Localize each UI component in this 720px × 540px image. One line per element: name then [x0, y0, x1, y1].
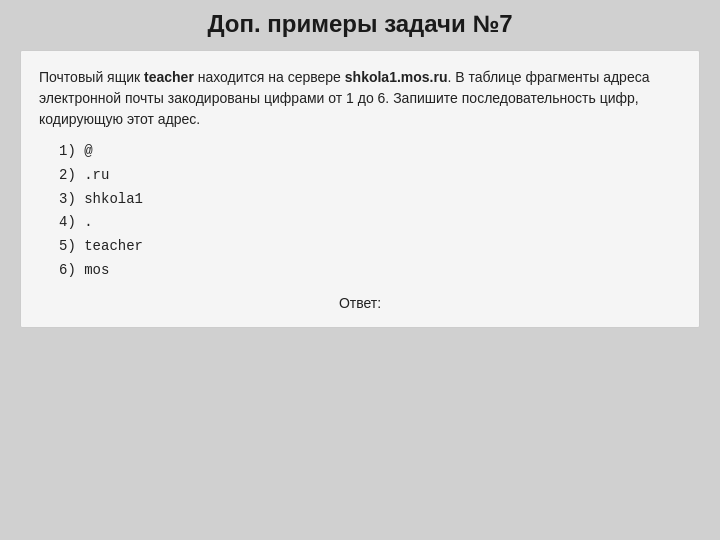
list-item: 4) . [59, 211, 681, 235]
list-item: 3) shkola1 [59, 188, 681, 212]
main-text: Почтовый ящик teacher находится на серве… [39, 67, 681, 130]
main-text-middle: находится на сервере [194, 69, 345, 85]
page-title: Доп. примеры задачи №7 [20, 10, 700, 38]
main-text-prefix: Почтовый ящик [39, 69, 144, 85]
content-card: Почтовый ящик teacher находится на серве… [20, 50, 700, 328]
answer-label: Ответ: [39, 295, 681, 311]
list-item: 5) teacher [59, 235, 681, 259]
list-item: 1) @ [59, 140, 681, 164]
items-list: 1) @ 2) .ru 3) shkola1 4) . 5) teacher 6… [59, 140, 681, 283]
list-item: 6) mos [59, 259, 681, 283]
bold-server: shkola1.mos.ru [345, 69, 448, 85]
bold-teacher: teacher [144, 69, 194, 85]
list-item: 2) .ru [59, 164, 681, 188]
